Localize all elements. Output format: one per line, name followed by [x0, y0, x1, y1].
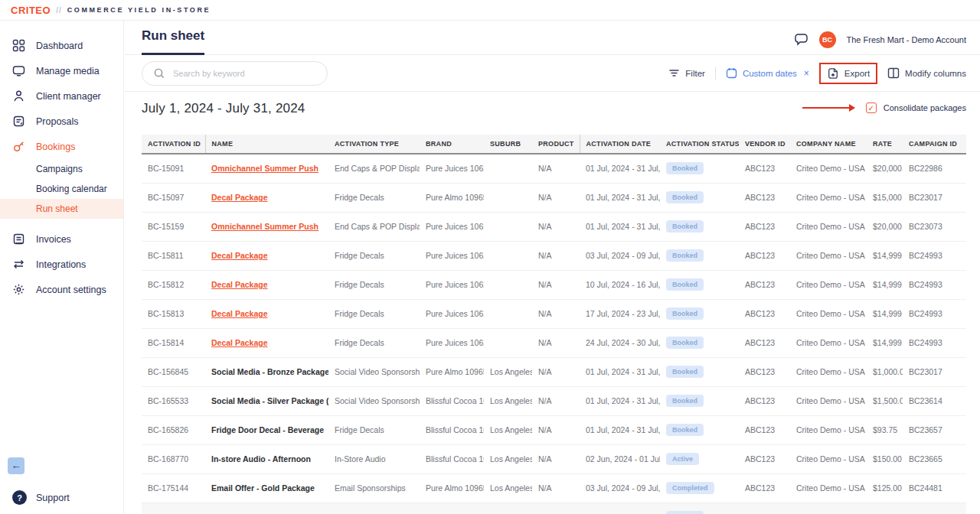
- column-header-activation-status[interactable]: Activation Status: [660, 135, 739, 154]
- booking-name-link[interactable]: Decal Package: [211, 338, 268, 347]
- cell-id: BC-175144: [142, 473, 205, 503]
- cell-id: BC-175534: [142, 503, 205, 514]
- consolidate-checkbox[interactable]: ✓: [866, 102, 877, 113]
- column-header-activation-id[interactable]: Activation ID▲: [142, 135, 205, 154]
- booking-name: In-store Audio - Afternoon: [211, 454, 311, 464]
- table-row: BC-165533Social Media - Silver Package (…: [142, 386, 966, 415]
- cell-type: End Caps & POP Displays: [328, 154, 420, 183]
- arrows-swap-icon: [12, 258, 25, 271]
- cell-name: Decal Package: [205, 270, 328, 299]
- cell-date: 01 Jul, 2024 - 31 Jul, 2024: [580, 386, 660, 415]
- cell-product: N/A: [532, 212, 580, 241]
- cell-vendor: ABC123: [739, 328, 790, 357]
- table-row: BC-15091Omnichannel Summer PushEnd Caps …: [142, 154, 966, 183]
- cell-product: N/A: [532, 154, 580, 183]
- table-row: BC-15812Decal PackageFridge DecalsPure J…: [142, 270, 966, 299]
- sidebar-item-label: Dashboard: [36, 41, 83, 51]
- collapse-sidebar-button[interactable]: ←: [8, 457, 24, 474]
- support-button[interactable]: ? Support: [12, 490, 70, 505]
- column-header-company-name[interactable]: Company Name: [790, 135, 867, 154]
- cell-rate: $125.00: [867, 473, 903, 503]
- sidebar-item-client-manager[interactable]: Client manager: [0, 83, 123, 109]
- filter-button[interactable]: Filter: [668, 68, 705, 78]
- sidebar-item-manage-media[interactable]: Manage media: [0, 58, 123, 83]
- export-button[interactable]: Export: [827, 67, 870, 80]
- modify-columns-button[interactable]: Modify columns: [887, 67, 966, 79]
- sidebar-item-proposals[interactable]: Proposals: [0, 109, 123, 134]
- sidebar-subitem-booking-calendar[interactable]: Booking calendar: [0, 179, 123, 199]
- cell-date: 01 Jul, 2024 - 31 Jul, 2024: [580, 183, 660, 212]
- cell-vendor: ABC123: [739, 503, 790, 514]
- cell-product: N/A: [532, 328, 580, 357]
- column-header-rate[interactable]: Rate: [867, 135, 903, 154]
- chat-icon[interactable]: [794, 33, 808, 47]
- cell-date: 01 Jul, 2024 - 31 Jul, 2024: [580, 357, 660, 386]
- column-header-campaign-id[interactable]: Campaign ID: [903, 135, 966, 154]
- cell-rate: $1,000.00: [867, 357, 903, 386]
- cell-company: Criteo Demo - USA: [790, 473, 867, 503]
- column-header-suburb[interactable]: Suburb: [484, 135, 532, 154]
- cell-campaign: BC24993: [903, 328, 966, 357]
- cell-company: Criteo Demo - USA: [790, 328, 867, 357]
- status-badge: Booked: [666, 307, 704, 320]
- cell-brand: Blissful Cocoa 10964: [420, 415, 484, 444]
- close-icon[interactable]: ×: [804, 68, 809, 79]
- arrow-annotation: [802, 107, 850, 109]
- cell-suburb: [484, 183, 532, 212]
- consolidate-packages-toggle[interactable]: ✓ Consolidate packages: [866, 102, 966, 113]
- sidebar-item-account-settings[interactable]: Account settings: [0, 277, 123, 302]
- cell-name: Decal Package: [205, 183, 328, 212]
- cell-vendor: ABC123: [739, 270, 790, 299]
- status-badge: Booked: [666, 191, 704, 203]
- search-input[interactable]: [173, 69, 316, 78]
- cell-rate: $20,000.00: [867, 154, 903, 183]
- cell-name: Shelf Talker - Dairy: [205, 503, 328, 514]
- column-header-name[interactable]: Name: [205, 135, 328, 154]
- booking-name-link[interactable]: Decal Package: [211, 309, 268, 318]
- avatar[interactable]: BC: [819, 31, 836, 48]
- cell-vendor: ABC123: [739, 241, 790, 270]
- booking-name-link[interactable]: Decal Package: [211, 193, 268, 202]
- page-title: Run sheet: [142, 28, 204, 55]
- cell-campaign: BC22986: [903, 154, 966, 183]
- column-header-vendor-id[interactable]: Vendor ID: [739, 135, 790, 154]
- booking-name: Social Media - Bronze Package (Video): [211, 367, 328, 376]
- sidebar-subitem-run-sheet[interactable]: Run sheet: [0, 199, 123, 219]
- cell-date: 03 Jul, 2024 - 09 Jul, 2024: [580, 473, 660, 503]
- sidebar-subitem-label: Campaigns: [36, 164, 83, 174]
- custom-dates-chip[interactable]: Custom dates ×: [726, 67, 809, 79]
- account-name[interactable]: The Fresh Mart - Demo Account: [847, 35, 967, 44]
- column-header-activation-type[interactable]: Activation Type: [328, 135, 420, 154]
- column-header-activation-date[interactable]: Activation Date: [580, 135, 660, 154]
- cell-id: BC-168770: [142, 444, 205, 473]
- sidebar-item-invoices[interactable]: Invoices: [0, 226, 123, 252]
- cell-name: Omnichannel Summer Push: [205, 212, 328, 241]
- cell-name: Decal Package: [205, 241, 328, 270]
- cell-company: Criteo Demo - USA: [790, 183, 867, 212]
- sidebar-item-label: Bookings: [36, 142, 75, 152]
- export-icon: [827, 67, 839, 80]
- cell-company: Criteo Demo - USA: [790, 357, 867, 386]
- status-badge: Booked: [666, 395, 704, 407]
- booking-name-link[interactable]: Omnichannel Summer Push: [211, 164, 318, 173]
- filter-icon: [668, 68, 680, 78]
- cell-vendor: ABC123: [739, 473, 790, 503]
- column-header-brand[interactable]: Brand: [420, 135, 484, 154]
- sidebar-item-integrations[interactable]: Integrations: [0, 252, 123, 277]
- sidebar-item-bookings[interactable]: Bookings: [0, 134, 123, 159]
- booking-name-link[interactable]: Decal Package: [211, 280, 268, 289]
- booking-name-link[interactable]: Decal Package: [211, 251, 268, 260]
- booking-name-link[interactable]: Omnichannel Summer Push: [211, 222, 318, 231]
- cell-brand: Blissful Cocoa 10964: [420, 386, 484, 415]
- gear-icon: [12, 283, 25, 296]
- cell-vendor: ABC123: [739, 357, 790, 386]
- cell-status: Completed: [660, 473, 739, 503]
- sidebar-item-dashboard[interactable]: Dashboard: [0, 33, 123, 58]
- column-header-product[interactable]: Product: [532, 135, 580, 154]
- run-sheet-table-head-row: Activation ID▲NameActivation TypeBrandSu…: [142, 135, 966, 154]
- cell-date: 02 Jun, 2024 - 01 Jul, 2024: [580, 444, 660, 473]
- status-badge: Booked: [666, 162, 704, 174]
- sidebar-subitem-campaigns[interactable]: Campaigns: [0, 159, 123, 179]
- cell-brand: Pure Juices 10629: [420, 328, 484, 357]
- cell-campaign: BC23665: [903, 444, 966, 473]
